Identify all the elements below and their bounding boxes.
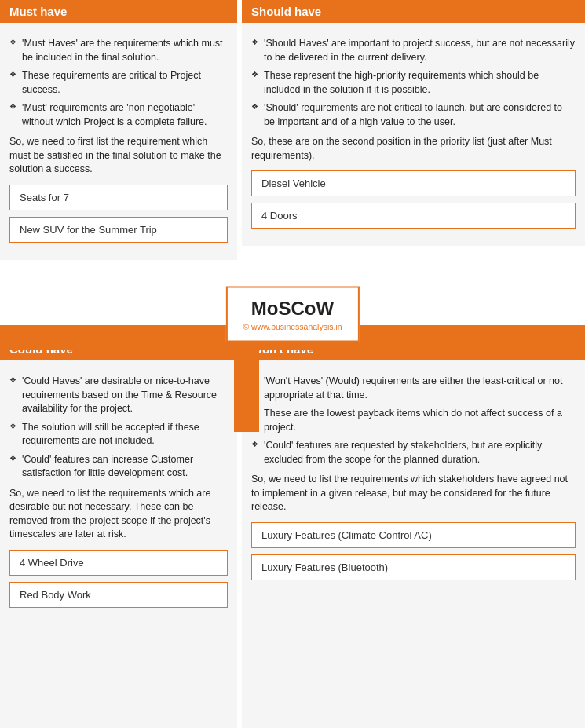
- must-have-panel: Must have 'Must Haves' are the requireme…: [0, 0, 239, 262]
- must-have-bullets: 'Must Haves' are the requirements which …: [9, 37, 228, 129]
- wont-have-bullet-3: 'Could' features are requested by stakeh…: [251, 439, 576, 466]
- must-have-title: Must have: [0, 0, 237, 23]
- wont-have-panel: Won't have 'Won't Haves' (Would) require…: [242, 338, 585, 728]
- wont-have-bullet-2: These are the lowest payback items which…: [251, 407, 576, 434]
- could-have-item-1: 4 Wheel Drive: [9, 550, 228, 576]
- should-have-summary: So, these are on the second position in …: [251, 135, 576, 163]
- must-have-item-1: Seats for 7: [9, 185, 228, 210]
- main-wrapper: Must have 'Must Haves' are the requireme…: [0, 0, 585, 728]
- should-have-item-2: 4 Doors: [251, 203, 576, 229]
- wont-have-bullet-1: 'Won't Haves' (Would) requirements are e…: [251, 375, 576, 402]
- should-have-title: Should have: [242, 0, 585, 23]
- could-have-bullet-1: 'Could Haves' are desirable or nice-to-h…: [9, 375, 228, 416]
- must-have-bullet-2: These requirements are critical to Proje…: [9, 69, 228, 97]
- must-have-bullet-1: 'Must Haves' are the requirements which …: [9, 37, 228, 64]
- should-have-item-1: Diesel Vehicle: [251, 170, 576, 196]
- could-have-summary: So, we need to list the requirements whi…: [9, 487, 228, 542]
- should-have-bullet-3: 'Should' requirements are not critical t…: [251, 101, 576, 129]
- could-have-bullets: 'Could Haves' are desirable or nice-to-h…: [9, 375, 228, 481]
- could-have-bullet-2: The solution will still be accepted if t…: [9, 421, 228, 448]
- center-subtitle: © www.businessanalysis.in: [243, 322, 342, 331]
- wont-have-item-1: Luxury Features (Climate Control AC): [251, 522, 576, 548]
- wont-have-item-2: Luxury Features (Bluetooth): [251, 554, 576, 580]
- center-label-box: MoSCoW © www.businessanalysis.in: [225, 287, 359, 342]
- should-have-bullet-1: 'Should Haves' are important to project …: [251, 37, 576, 64]
- should-have-bullets: 'Should Haves' are important to project …: [251, 37, 576, 129]
- could-have-item-2: Red Body Work: [9, 582, 228, 608]
- should-have-bullet-2: These represent the high-priority requir…: [251, 69, 576, 97]
- wont-have-bullets: 'Won't Haves' (Would) requirements are e…: [251, 375, 576, 466]
- could-have-bullet-3: 'Could' features can increase Customer s…: [9, 453, 228, 481]
- should-have-panel: Should have 'Should Haves' are important…: [242, 0, 585, 248]
- could-have-panel: Could have 'Could Haves' are desirable o…: [0, 338, 239, 728]
- must-have-summary: So, we need to first list the requiremen…: [9, 135, 228, 177]
- should-have-title-text: Should have: [251, 5, 321, 18]
- wont-have-summary: So, we need to list the requirements whi…: [251, 473, 576, 514]
- must-have-title-text: Must have: [9, 5, 67, 18]
- must-have-bullet-3: 'Must' requirements are 'non negotiable'…: [9, 101, 228, 129]
- must-have-item-2: New SUV for the Summer Trip: [9, 217, 228, 243]
- center-title: MoSCoW: [243, 298, 342, 320]
